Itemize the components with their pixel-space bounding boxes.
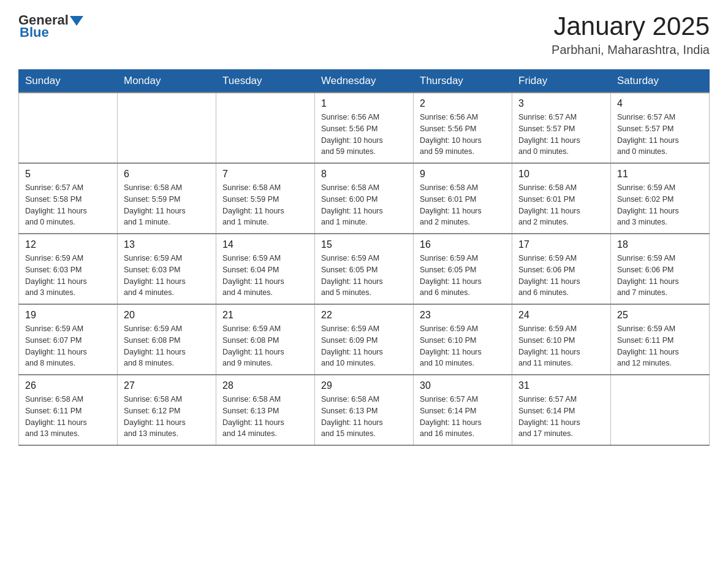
day-number: 2 bbox=[420, 98, 506, 109]
svg-marker-0 bbox=[70, 16, 83, 26]
calendar-cell: 25Sunrise: 6:59 AM Sunset: 6:11 PM Dayli… bbox=[611, 304, 710, 375]
day-number: 30 bbox=[420, 380, 506, 391]
day-info: Sunrise: 6:59 AM Sunset: 6:06 PM Dayligh… bbox=[617, 253, 703, 299]
day-number: 28 bbox=[222, 380, 308, 391]
calendar-cell: 16Sunrise: 6:59 AM Sunset: 6:05 PM Dayli… bbox=[414, 234, 512, 304]
calendar-cell: 24Sunrise: 6:59 AM Sunset: 6:10 PM Dayli… bbox=[512, 304, 611, 375]
day-header-sunday: Sunday bbox=[19, 70, 118, 93]
day-info: Sunrise: 6:59 AM Sunset: 6:10 PM Dayligh… bbox=[518, 323, 604, 369]
day-number: 18 bbox=[617, 239, 703, 250]
calendar-cell bbox=[19, 93, 118, 163]
calendar-cell bbox=[118, 93, 216, 163]
day-header-thursday: Thursday bbox=[414, 70, 512, 93]
day-info: Sunrise: 6:57 AM Sunset: 5:57 PM Dayligh… bbox=[518, 112, 604, 158]
day-number: 14 bbox=[222, 239, 308, 250]
calendar-cell: 10Sunrise: 6:58 AM Sunset: 6:01 PM Dayli… bbox=[512, 163, 611, 234]
calendar-subtitle: Parbhani, Maharashtra, India bbox=[552, 43, 710, 57]
calendar-cell: 21Sunrise: 6:59 AM Sunset: 6:08 PM Dayli… bbox=[216, 304, 315, 375]
calendar-cell: 31Sunrise: 6:57 AM Sunset: 6:14 PM Dayli… bbox=[512, 375, 611, 445]
day-number: 23 bbox=[420, 310, 506, 321]
day-info: Sunrise: 6:59 AM Sunset: 6:08 PM Dayligh… bbox=[222, 323, 308, 369]
week-row-3: 19Sunrise: 6:59 AM Sunset: 6:07 PM Dayli… bbox=[19, 304, 710, 375]
day-number: 29 bbox=[321, 380, 407, 391]
calendar-cell: 26Sunrise: 6:58 AM Sunset: 6:11 PM Dayli… bbox=[19, 375, 118, 445]
calendar-table: SundayMondayTuesdayWednesdayThursdayFrid… bbox=[18, 69, 710, 446]
day-number: 20 bbox=[124, 310, 210, 321]
day-number: 13 bbox=[124, 239, 210, 250]
day-number: 4 bbox=[617, 98, 703, 109]
day-number: 19 bbox=[25, 310, 111, 321]
page-header: General Blue January 2025 Parbhani, Maha… bbox=[18, 12, 710, 57]
day-number: 10 bbox=[518, 169, 604, 180]
day-info: Sunrise: 6:58 AM Sunset: 5:59 PM Dayligh… bbox=[124, 182, 210, 228]
day-number: 3 bbox=[518, 98, 604, 109]
calendar-cell: 2Sunrise: 6:56 AM Sunset: 5:56 PM Daylig… bbox=[414, 93, 512, 163]
calendar-cell: 29Sunrise: 6:58 AM Sunset: 6:13 PM Dayli… bbox=[315, 375, 414, 445]
calendar-cell: 3Sunrise: 6:57 AM Sunset: 5:57 PM Daylig… bbox=[512, 93, 611, 163]
day-number: 5 bbox=[25, 169, 111, 180]
calendar-cell: 1Sunrise: 6:56 AM Sunset: 5:56 PM Daylig… bbox=[315, 93, 414, 163]
day-number: 26 bbox=[25, 380, 111, 391]
week-row-0: 1Sunrise: 6:56 AM Sunset: 5:56 PM Daylig… bbox=[19, 93, 710, 163]
day-number: 17 bbox=[518, 239, 604, 250]
day-info: Sunrise: 6:58 AM Sunset: 6:13 PM Dayligh… bbox=[321, 394, 407, 440]
day-info: Sunrise: 6:59 AM Sunset: 6:11 PM Dayligh… bbox=[617, 323, 703, 369]
calendar-cell: 6Sunrise: 6:58 AM Sunset: 5:59 PM Daylig… bbox=[118, 163, 216, 234]
day-header-friday: Friday bbox=[512, 70, 611, 93]
day-number: 24 bbox=[518, 310, 604, 321]
calendar-cell bbox=[216, 93, 315, 163]
day-info: Sunrise: 6:56 AM Sunset: 5:56 PM Dayligh… bbox=[420, 112, 506, 158]
day-info: Sunrise: 6:57 AM Sunset: 5:58 PM Dayligh… bbox=[25, 182, 111, 228]
logo-triangle-icon bbox=[70, 13, 83, 27]
day-info: Sunrise: 6:59 AM Sunset: 6:05 PM Dayligh… bbox=[420, 253, 506, 299]
day-number: 21 bbox=[222, 310, 308, 321]
calendar-cell: 7Sunrise: 6:58 AM Sunset: 5:59 PM Daylig… bbox=[216, 163, 315, 234]
day-number: 11 bbox=[617, 169, 703, 180]
calendar-cell: 27Sunrise: 6:58 AM Sunset: 6:12 PM Dayli… bbox=[118, 375, 216, 445]
day-info: Sunrise: 6:58 AM Sunset: 6:00 PM Dayligh… bbox=[321, 182, 407, 228]
day-info: Sunrise: 6:58 AM Sunset: 6:11 PM Dayligh… bbox=[25, 394, 111, 440]
day-info: Sunrise: 6:59 AM Sunset: 6:08 PM Dayligh… bbox=[124, 323, 210, 369]
day-info: Sunrise: 6:59 AM Sunset: 6:03 PM Dayligh… bbox=[25, 253, 111, 299]
day-info: Sunrise: 6:59 AM Sunset: 6:07 PM Dayligh… bbox=[25, 323, 111, 369]
calendar-header: SundayMondayTuesdayWednesdayThursdayFrid… bbox=[19, 70, 710, 93]
calendar-cell: 12Sunrise: 6:59 AM Sunset: 6:03 PM Dayli… bbox=[19, 234, 118, 304]
day-info: Sunrise: 6:59 AM Sunset: 6:02 PM Dayligh… bbox=[617, 182, 703, 228]
calendar-title: January 2025 bbox=[552, 12, 710, 40]
calendar-cell: 30Sunrise: 6:57 AM Sunset: 6:14 PM Dayli… bbox=[414, 375, 512, 445]
calendar-cell: 14Sunrise: 6:59 AM Sunset: 6:04 PM Dayli… bbox=[216, 234, 315, 304]
day-number: 9 bbox=[420, 169, 506, 180]
week-row-1: 5Sunrise: 6:57 AM Sunset: 5:58 PM Daylig… bbox=[19, 163, 710, 234]
day-info: Sunrise: 6:58 AM Sunset: 6:01 PM Dayligh… bbox=[518, 182, 604, 228]
day-number: 22 bbox=[321, 310, 407, 321]
day-info: Sunrise: 6:59 AM Sunset: 6:06 PM Dayligh… bbox=[518, 253, 604, 299]
day-number: 15 bbox=[321, 239, 407, 250]
day-info: Sunrise: 6:59 AM Sunset: 6:04 PM Dayligh… bbox=[222, 253, 308, 299]
calendar-cell: 11Sunrise: 6:59 AM Sunset: 6:02 PM Dayli… bbox=[611, 163, 710, 234]
calendar-cell: 15Sunrise: 6:59 AM Sunset: 6:05 PM Dayli… bbox=[315, 234, 414, 304]
day-number: 8 bbox=[321, 169, 407, 180]
calendar-cell: 17Sunrise: 6:59 AM Sunset: 6:06 PM Dayli… bbox=[512, 234, 611, 304]
calendar-cell: 9Sunrise: 6:58 AM Sunset: 6:01 PM Daylig… bbox=[414, 163, 512, 234]
calendar-cell: 13Sunrise: 6:59 AM Sunset: 6:03 PM Dayli… bbox=[118, 234, 216, 304]
calendar-cell: 23Sunrise: 6:59 AM Sunset: 6:10 PM Dayli… bbox=[414, 304, 512, 375]
calendar-cell: 22Sunrise: 6:59 AM Sunset: 6:09 PM Dayli… bbox=[315, 304, 414, 375]
week-row-2: 12Sunrise: 6:59 AM Sunset: 6:03 PM Dayli… bbox=[19, 234, 710, 304]
calendar-body: 1Sunrise: 6:56 AM Sunset: 5:56 PM Daylig… bbox=[19, 93, 710, 445]
calendar-cell: 4Sunrise: 6:57 AM Sunset: 5:57 PM Daylig… bbox=[611, 93, 710, 163]
calendar-cell: 8Sunrise: 6:58 AM Sunset: 6:00 PM Daylig… bbox=[315, 163, 414, 234]
calendar-cell: 20Sunrise: 6:59 AM Sunset: 6:08 PM Dayli… bbox=[118, 304, 216, 375]
day-info: Sunrise: 6:59 AM Sunset: 6:03 PM Dayligh… bbox=[124, 253, 210, 299]
day-header-tuesday: Tuesday bbox=[216, 70, 315, 93]
day-info: Sunrise: 6:59 AM Sunset: 6:09 PM Dayligh… bbox=[321, 323, 407, 369]
week-row-4: 26Sunrise: 6:58 AM Sunset: 6:11 PM Dayli… bbox=[19, 375, 710, 445]
day-number: 6 bbox=[124, 169, 210, 180]
day-info: Sunrise: 6:57 AM Sunset: 6:14 PM Dayligh… bbox=[518, 394, 604, 440]
day-info: Sunrise: 6:58 AM Sunset: 6:13 PM Dayligh… bbox=[222, 394, 308, 440]
day-header-wednesday: Wednesday bbox=[315, 70, 414, 93]
calendar-cell: 18Sunrise: 6:59 AM Sunset: 6:06 PM Dayli… bbox=[611, 234, 710, 304]
day-header-saturday: Saturday bbox=[611, 70, 710, 93]
day-info: Sunrise: 6:59 AM Sunset: 6:05 PM Dayligh… bbox=[321, 253, 407, 299]
day-info: Sunrise: 6:59 AM Sunset: 6:10 PM Dayligh… bbox=[420, 323, 506, 369]
day-info: Sunrise: 6:58 AM Sunset: 6:12 PM Dayligh… bbox=[124, 394, 210, 440]
